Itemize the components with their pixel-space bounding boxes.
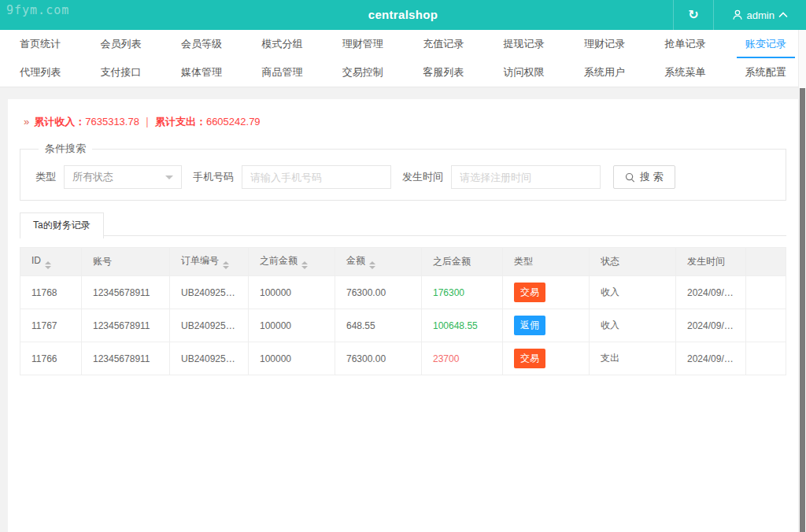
nav-item-会员等级[interactable]: 会员等级 xyxy=(161,30,242,58)
column-header-ID[interactable]: ID xyxy=(20,248,82,276)
table-empty-space xyxy=(20,375,786,532)
cell-account: 12345678911 xyxy=(82,309,170,342)
user-icon xyxy=(732,9,743,20)
phone-label: 手机号码 xyxy=(193,170,234,184)
column-header-发生时间: 发生时间 xyxy=(676,248,746,276)
scrollbar-thumb[interactable] xyxy=(800,88,805,532)
chevron-up-icon xyxy=(778,12,788,18)
column-header-订单编号[interactable]: 订单编号 xyxy=(170,248,249,276)
phone-input[interactable] xyxy=(242,165,391,189)
cell-time: 2024/09/25 10:26 xyxy=(676,309,746,342)
refresh-icon: ↻ xyxy=(688,9,698,21)
nav-item-交易控制[interactable]: 交易控制 xyxy=(323,58,403,87)
expense-value: 6605242.79 xyxy=(206,116,261,127)
time-label: 发生时间 xyxy=(402,170,443,184)
column-header-金额[interactable]: 金额 xyxy=(335,248,422,276)
nav-item-商品管理[interactable]: 商品管理 xyxy=(242,58,322,87)
search-button-label: 搜 索 xyxy=(640,170,664,184)
income-value: 7635313.78 xyxy=(85,116,139,127)
cell-order-no: UB240925102614... xyxy=(170,276,249,309)
table-row: 1176612345678911UB240925102614...1000007… xyxy=(20,342,786,375)
column-header-之前金额[interactable]: 之前金额 xyxy=(249,248,335,276)
cell-time: 2024/09/25 10:26 xyxy=(676,276,746,309)
type-label: 类型 xyxy=(35,170,56,184)
type-badge[interactable]: 交易 xyxy=(514,349,545,368)
cell-id: 11767 xyxy=(20,309,82,342)
cell-order-no: UB240925102614... xyxy=(170,309,249,342)
cell-status: 收入 xyxy=(590,309,676,342)
table-body: 1176812345678911UB240925102614...1000007… xyxy=(20,276,786,375)
cell-after-amount: 23700 xyxy=(422,342,503,375)
nav-item-系统菜单[interactable]: 系统菜单 xyxy=(645,58,725,87)
refresh-button[interactable]: ↻ xyxy=(673,0,712,30)
cell-spacer xyxy=(746,309,786,342)
cell-type: 返佣 xyxy=(503,309,590,342)
nav-item-系统配置[interactable]: 系统配置 xyxy=(726,58,806,87)
column-header-之后金额: 之后金额 xyxy=(422,248,503,276)
nav-item-代理列表[interactable]: 代理列表 xyxy=(0,58,80,87)
nav-item-客服列表[interactable]: 客服列表 xyxy=(403,58,483,87)
table-row: 1176812345678911UB240925102614...1000007… xyxy=(20,276,786,309)
tab-financial-records[interactable]: Ta的财务记录 xyxy=(20,212,104,238)
cell-amount: 76300.00 xyxy=(335,276,422,309)
column-header-状态: 状态 xyxy=(590,248,676,276)
cell-time: 2024/09/25 10:26 xyxy=(676,342,746,375)
cell-after-amount: 100648.55 xyxy=(422,309,503,342)
search-button[interactable]: 搜 索 xyxy=(613,165,675,189)
nav-item-媒体管理[interactable]: 媒体管理 xyxy=(161,58,242,87)
cell-before-amount: 100000 xyxy=(249,309,335,342)
cell-amount: 648.55 xyxy=(335,309,422,342)
nav-item-首页统计[interactable]: 首页统计 xyxy=(0,30,80,58)
cell-account: 12345678911 xyxy=(82,342,170,375)
type-badge[interactable]: 交易 xyxy=(514,283,545,302)
tab-bar: Ta的财务记录 xyxy=(20,212,786,236)
sort-icon[interactable] xyxy=(45,261,51,269)
search-panel-legend: 条件搜索 xyxy=(39,142,92,156)
income-label: 累计收入： xyxy=(34,116,85,127)
cell-spacer xyxy=(746,276,786,309)
nav-item-充值记录[interactable]: 充值记录 xyxy=(403,30,483,58)
nav-item-抢单记录[interactable]: 抢单记录 xyxy=(645,30,725,58)
sort-icon[interactable] xyxy=(301,261,308,269)
main-navigation: 首页统计会员列表会员等级模式分组理财管理充值记录提现记录理财记录抢单记录账变记录… xyxy=(0,30,806,87)
nav-item-访问权限[interactable]: 访问权限 xyxy=(483,58,564,87)
user-menu-button[interactable]: admin xyxy=(713,0,806,30)
nav-item-提现记录[interactable]: 提现记录 xyxy=(483,30,564,58)
nav-item-模式分组[interactable]: 模式分组 xyxy=(242,30,322,58)
double-chevron-icon: » xyxy=(24,116,29,127)
totals-summary: »累计收入：7635313.78 ｜ 累计支出：6605242.79 xyxy=(20,99,786,132)
cell-account: 12345678911 xyxy=(82,276,170,309)
content-card: »累计收入：7635313.78 ｜ 累计支出：6605242.79 条件搜索 … xyxy=(8,99,798,532)
cell-before-amount: 100000 xyxy=(249,276,335,309)
type-select-value: 所有状态 xyxy=(72,171,113,183)
records-table: ID账号订单编号之前金额金额之后金额类型状态发生时间 1176812345678… xyxy=(20,247,786,532)
sort-icon[interactable] xyxy=(369,261,375,269)
topbar-actions: ↻ admin xyxy=(673,0,806,30)
cell-after-amount: 176300 xyxy=(422,276,503,309)
nav-item-账变记录[interactable]: 账变记录 xyxy=(726,30,806,58)
cell-id: 11766 xyxy=(20,342,82,375)
cell-spacer xyxy=(746,342,786,375)
search-icon xyxy=(625,172,635,183)
stats-separator: ｜ xyxy=(142,116,153,127)
chevron-down-icon xyxy=(165,175,173,183)
nav-item-理财记录[interactable]: 理财记录 xyxy=(564,30,645,58)
nav-item-支付接口[interactable]: 支付接口 xyxy=(80,58,161,87)
username: admin xyxy=(747,9,775,21)
sort-icon[interactable] xyxy=(223,261,229,269)
table-row: 1176712345678911UB240925102614...1000006… xyxy=(20,309,786,342)
type-select[interactable]: 所有状态 xyxy=(64,165,182,189)
time-input[interactable] xyxy=(451,165,601,189)
cell-amount: 76300.00 xyxy=(335,342,422,375)
nav-item-系统用户[interactable]: 系统用户 xyxy=(564,58,645,87)
nav-item-理财管理[interactable]: 理财管理 xyxy=(323,30,403,58)
nav-row-1: 首页统计会员列表会员等级模式分组理财管理充值记录提现记录理财记录抢单记录账变记录 xyxy=(0,30,806,58)
cell-id: 11768 xyxy=(20,276,82,309)
cell-type: 交易 xyxy=(503,276,590,309)
scrollbar-track[interactable] xyxy=(798,30,806,532)
nav-item-会员列表[interactable]: 会员列表 xyxy=(80,30,161,58)
cell-before-amount: 100000 xyxy=(249,342,335,375)
cell-status: 收入 xyxy=(590,276,676,309)
type-badge[interactable]: 返佣 xyxy=(514,316,545,335)
cell-order-no: UB240925102614... xyxy=(170,342,249,375)
